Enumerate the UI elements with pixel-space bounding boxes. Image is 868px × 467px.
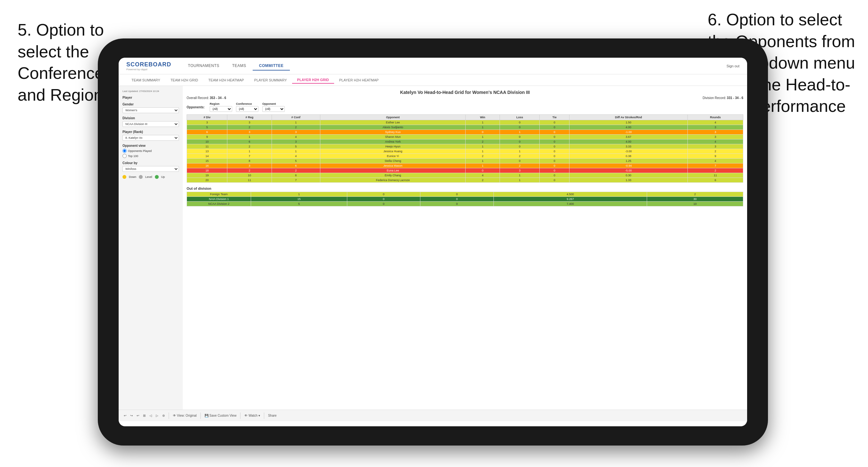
td-diff: -1.00	[569, 130, 688, 135]
logo-area: SCOREBOARD Powered by clippd	[126, 61, 171, 71]
th-conf: # Conf	[272, 115, 320, 120]
td-reg: 2	[227, 125, 272, 130]
td-rounds: 3	[687, 135, 743, 139]
toolbar-divider-4	[264, 412, 264, 419]
nav-tab-tournaments[interactable]: TOURNAMENTS	[182, 62, 226, 70]
ood-table-row: NCAA Division 2 5 0 0 7.400 10	[187, 201, 743, 207]
table-row: 18 2 2 Euna Lee 0 3 0 -5.00 2	[187, 168, 743, 173]
td-diff: 0.30	[569, 173, 688, 178]
td-conf: 5	[272, 159, 320, 163]
toolbar-grid[interactable]: ⊞	[143, 414, 146, 417]
td-opponent: Heejo Hyun	[320, 144, 466, 149]
td-conf: 7	[272, 178, 320, 183]
td-div: 10	[187, 139, 227, 144]
header-right: Sign out	[726, 64, 739, 68]
radio-opponents-played[interactable]: Opponents Played	[123, 149, 179, 153]
td-tie: 0	[540, 149, 569, 154]
table-row: 5 2 2 Alexis Sudjianto 1 0 0 4.00 3	[187, 125, 743, 130]
td-div: 3	[187, 120, 227, 125]
th-win: Win	[466, 115, 500, 120]
toolbar-watch[interactable]: 👁 Watch ▾	[244, 414, 260, 417]
tab-team-h2h-heatmap[interactable]: TEAM H2H HEATMAP	[203, 77, 249, 83]
filter-select-conference[interactable]: (All)	[236, 106, 258, 112]
nav-tab-committee[interactable]: COMMITTEE	[253, 62, 290, 70]
bottom-toolbar: ↩ ↪ ↩ ⊞ ◁ ▷ ⊚ 👁 View: Original 💾 Save Cu…	[119, 410, 747, 421]
legend-dot-down	[123, 175, 126, 179]
toolbar-share[interactable]: Share	[268, 414, 277, 417]
sidebar-opponent-view-label: Opponent view	[123, 144, 179, 148]
radio-top100[interactable]: Top 100	[123, 154, 179, 158]
td-div: 6	[187, 130, 227, 135]
td-tie: 0	[540, 135, 569, 139]
filter-label-conference: Conference	[236, 102, 258, 105]
filter-select-region[interactable]: (All)	[210, 106, 232, 112]
td-diff: 4.00	[569, 139, 688, 144]
td-loss: 0	[500, 135, 539, 139]
toolbar-save-custom[interactable]: 💾 Save Custom View	[205, 414, 236, 417]
table-row: 9 1 4 Sharon Mun 1 0 0 3.67 3	[187, 135, 743, 139]
td-reg: 3	[227, 163, 272, 168]
ood-td-rounds: 10	[647, 201, 743, 207]
td-rounds: 9	[687, 154, 743, 159]
legend-label-level: Level	[145, 175, 152, 179]
sidebar-player-rank-select[interactable]: 8. Katelyn Vo	[123, 135, 179, 141]
td-conf: 6	[272, 173, 320, 178]
sidebar-gender-select[interactable]: Women's	[123, 107, 179, 113]
toolbar-divider-3	[240, 412, 241, 419]
td-win: 1	[466, 144, 500, 149]
td-rounds: 3	[687, 144, 743, 149]
toolbar-redo[interactable]: ↪	[130, 414, 133, 417]
td-rounds: 4	[687, 120, 743, 125]
td-conf: 2	[272, 168, 320, 173]
sidebar-gender-label: Gender	[123, 102, 179, 106]
td-loss: 1	[500, 173, 539, 178]
sub-nav: TEAM SUMMARY TEAM H2H GRID TEAM H2H HEAT…	[119, 74, 747, 86]
nav-tab-teams[interactable]: TEAMS	[226, 62, 253, 70]
td-reg: 2	[227, 144, 272, 149]
logo-sub: Powered by clippd	[126, 68, 171, 71]
sign-out-link[interactable]: Sign out	[726, 64, 739, 68]
td-reg: 7	[227, 154, 272, 159]
tab-player-h2h-grid[interactable]: PLAYER H2H GRID	[292, 76, 334, 84]
sidebar-division-label: Division	[123, 116, 179, 120]
ood-td-rounds: 30	[647, 197, 743, 201]
ood-td-win: 15	[251, 197, 347, 201]
toolbar-next[interactable]: ▷	[156, 414, 158, 417]
tab-player-h2h-heatmap[interactable]: PLAYER H2H HEATMAP	[334, 77, 384, 83]
td-win: 1	[466, 163, 500, 168]
filter-select-opponent[interactable]: (All)	[262, 106, 285, 112]
td-diff: 0.38	[569, 154, 688, 159]
ood-td-loss: 0	[347, 197, 420, 201]
toolbar-view-original[interactable]: 👁 View: Original	[173, 414, 196, 417]
division-record-value: 331 - 34 - 6	[727, 96, 743, 100]
td-div: 19	[187, 173, 227, 178]
td-tie: 0	[540, 154, 569, 159]
filter-group-region: Region (All)	[210, 102, 232, 112]
td-div: 13	[187, 149, 227, 154]
toolbar-prev[interactable]: ◁	[149, 414, 152, 417]
legend-dot-level	[139, 175, 143, 179]
tab-team-summary[interactable]: TEAM SUMMARY	[126, 77, 165, 83]
toolbar-refresh[interactable]: ⊚	[162, 414, 165, 417]
table-row: 3 3 1 Esther Lee 1 0 0 1.50 4	[187, 120, 743, 125]
td-loss: 1	[500, 149, 539, 154]
division-record: Division Record: 331 - 34 - 6	[703, 96, 743, 100]
toolbar-undo[interactable]: ↩	[124, 414, 126, 417]
td-win: 1	[466, 135, 500, 139]
td-tie: 0	[540, 168, 569, 173]
tab-team-h2h-grid[interactable]: TEAM H2H GRID	[165, 77, 203, 83]
td-tie: 0	[540, 144, 569, 149]
th-reg: # Reg	[227, 115, 272, 120]
td-opponent: Sydney Kuo	[320, 130, 466, 135]
td-conf: 4	[272, 135, 320, 139]
toolbar-undo2[interactable]: ↩	[136, 414, 139, 417]
td-diff: -0.94	[569, 163, 688, 168]
td-div: 20	[187, 178, 227, 183]
tab-player-summary[interactable]: PLAYER SUMMARY	[249, 77, 292, 83]
th-tie: Tie	[540, 115, 569, 120]
td-win: 2	[466, 178, 500, 183]
td-tie: 0	[540, 139, 569, 144]
sidebar-colour-select[interactable]: Win/loss	[123, 166, 179, 172]
sidebar-colour-label: Colour by	[123, 161, 179, 165]
sidebar-division-select[interactable]: NCAA Division III	[123, 121, 179, 127]
